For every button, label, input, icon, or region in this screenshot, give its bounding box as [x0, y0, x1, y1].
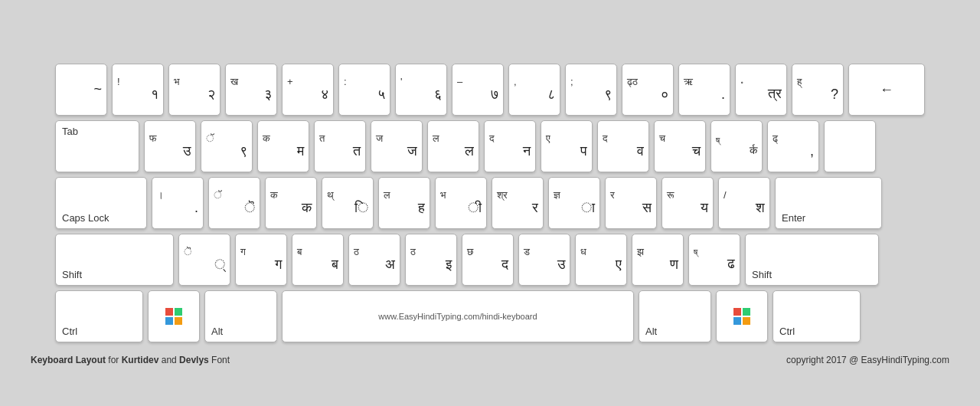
key-3[interactable]: ख ३ [225, 64, 277, 116]
windows-icon-right [733, 308, 750, 325]
key-9[interactable]: ; ९ [565, 64, 617, 116]
key-lbracket[interactable]: ष् र्क [710, 120, 763, 172]
key-d[interactable]: क क [265, 177, 317, 229]
key-comma[interactable]: ध ए [575, 234, 627, 286]
shift-left-key[interactable]: Shift [55, 234, 174, 286]
caps-lock-label: Caps Lock [62, 212, 109, 224]
ctrl-right-key[interactable]: Ctrl [773, 290, 861, 342]
key-c[interactable]: ब ब [292, 234, 344, 286]
key-2[interactable]: भ २ [168, 64, 220, 116]
number-row: ~ ! १ भ २ ख ३ + ४ : ५ ' ६ – ७ [55, 64, 925, 116]
key-z[interactable]: ॆ ् [178, 234, 230, 286]
win-left-key[interactable] [148, 290, 200, 342]
key-m[interactable]: ड उ [518, 234, 570, 286]
key-n[interactable]: छ द [462, 234, 514, 286]
windows-icon [165, 308, 182, 325]
shift-right-key[interactable]: Shift [745, 234, 879, 286]
key-l[interactable]: र स [605, 177, 657, 229]
key-h[interactable]: भ ी [435, 177, 487, 229]
key-6[interactable]: ' ६ [395, 64, 447, 116]
key-bracket[interactable]: ह् ? [792, 64, 844, 116]
key-x[interactable]: ग ग [235, 234, 287, 286]
key-1[interactable]: ! १ [112, 64, 164, 116]
key-i[interactable]: ए प [541, 120, 593, 172]
spacebar-label: www.EasyHindiTyping.com/hindi-keyboard [378, 312, 537, 321]
spacebar[interactable]: www.EasyHindiTyping.com/hindi-keyboard [282, 290, 634, 342]
key-o[interactable]: द व [597, 120, 649, 172]
key-5[interactable]: : ५ [338, 64, 390, 116]
key-quote[interactable]: / श [718, 177, 770, 229]
footer-copyright: copyright 2017 @ EasyHindiTyping.com [786, 355, 949, 365]
key-b[interactable]: ठ इ [405, 234, 457, 286]
footer-left: Keyboard Layout for Kurtidev and Devlys … [31, 355, 230, 365]
key-s[interactable]: ॅ ॆ [208, 177, 260, 229]
key-equals[interactable]: ॰ त्र [735, 64, 787, 116]
key-rbracket[interactable]: ढ् , [767, 120, 819, 172]
key-4[interactable]: + ४ [282, 64, 334, 116]
key-backtick[interactable]: ~ [55, 64, 107, 116]
key-e[interactable]: क म [257, 120, 309, 172]
key-v[interactable]: ठ अ [348, 234, 400, 286]
tab-key[interactable]: Tab [55, 120, 139, 172]
key-u[interactable]: द न [484, 120, 536, 172]
key-8[interactable]: , ८ [508, 64, 560, 116]
keyboard: ~ ! १ भ २ ख ३ + ४ : ५ ' ६ – ७ [24, 41, 956, 350]
key-k[interactable]: ज्ञ ा [548, 177, 600, 229]
key-a[interactable]: । . [152, 177, 204, 229]
key-7[interactable]: – ७ [452, 64, 504, 116]
zxcv-row: Shift ॆ ् ग ग ब ब ठ अ ठ इ छ द ड उ [55, 234, 925, 286]
key-q[interactable]: फ उ [144, 120, 196, 172]
key-y[interactable]: ल ल [427, 120, 479, 172]
key-0[interactable]: ढ्ठ ० [622, 64, 674, 116]
key-t[interactable]: ज ज [371, 120, 423, 172]
footer-right: copyright 2017 @ EasyHindiTyping.com [786, 355, 949, 365]
alt-right-key[interactable]: Alt [639, 290, 711, 342]
ctrl-left-key[interactable]: Ctrl [55, 290, 143, 342]
enter-key[interactable]: Enter [775, 177, 882, 229]
key-minus[interactable]: ऋ . [678, 64, 730, 116]
backspace-key[interactable]: ← [848, 64, 925, 116]
win-right-key[interactable] [716, 290, 768, 342]
key-f[interactable]: थ् ि [322, 177, 374, 229]
asdf-row: Caps Lock । . ॅ ॆ क क थ् ि ल ह भ ी श्र र [55, 177, 925, 229]
caps-lock-key[interactable]: Caps Lock [55, 177, 147, 229]
key-g[interactable]: ल ह [378, 177, 430, 229]
key-r[interactable]: त त [314, 120, 366, 172]
footer: Keyboard Layout for Kurtidev and Devlys … [0, 350, 980, 365]
qwerty-row: Tab फ उ ॅ ९ क म त त ज ज ल ल द न [55, 120, 925, 172]
key-slash[interactable]: ष् ढ [688, 234, 740, 286]
key-p[interactable]: च च [654, 120, 706, 172]
alt-left-key[interactable]: Alt [204, 290, 277, 342]
key-period[interactable]: झ ण [632, 234, 684, 286]
key-backslash[interactable] [824, 120, 876, 172]
key-j[interactable]: श्र र [492, 177, 544, 229]
key-w[interactable]: ॅ ९ [201, 120, 253, 172]
bottom-row: Ctrl Alt www.EasyHindiTyping.com/hindi-k… [55, 290, 925, 342]
footer-left-text: Keyboard Layout for Kurtidev and Devlys … [31, 355, 230, 365]
key-semicolon[interactable]: रू य [662, 177, 714, 229]
